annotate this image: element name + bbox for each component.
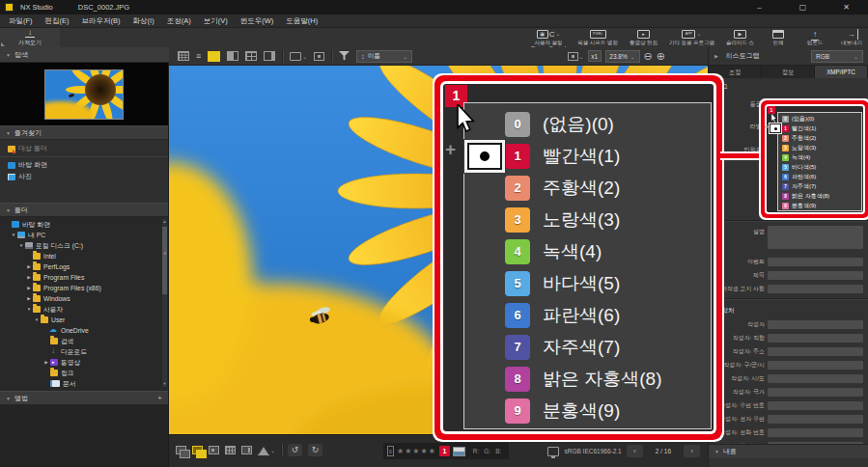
folder-tree-item[interactable]: Intel xyxy=(0,251,168,261)
expander-arrow[interactable]: ▼ xyxy=(33,317,41,322)
screen-mode-button[interactable]: ⌄ xyxy=(290,52,307,61)
rotate-right-icon[interactable]: ↻ xyxy=(308,444,322,456)
expander-arrow[interactable]: ▶ xyxy=(25,296,33,301)
field-input[interactable] xyxy=(768,361,863,370)
folders-section-header[interactable]: ▼ 폴더 xyxy=(0,203,168,217)
filter-icon[interactable] xyxy=(339,51,350,61)
viewer-layout-icon[interactable] xyxy=(176,446,186,454)
expander-arrow[interactable]: ▶ xyxy=(25,286,33,290)
close-button[interactable]: ✕ xyxy=(825,0,868,14)
label-menu-item[interactable]: 4 녹색(4) xyxy=(464,235,711,267)
folder-tree-item[interactable]: ▼ 내 PC xyxy=(0,230,168,240)
grid-icon[interactable] xyxy=(225,446,236,454)
label-menu-item[interactable]: 8 밝은 자홍색(8) xyxy=(464,363,711,395)
description-textarea[interactable] xyxy=(768,226,863,249)
folder-tree-item[interactable]: 문서 xyxy=(0,378,168,389)
folder-tree-item[interactable]: ▶ Program Files (x86) xyxy=(0,283,168,293)
tab-info[interactable]: 정보 xyxy=(762,66,815,78)
next-image-button[interactable]: › xyxy=(684,445,700,457)
label-menu-item[interactable]: 6 파란색(6) xyxy=(778,172,861,181)
star-rating[interactable]: ★★★★★ xyxy=(397,447,436,456)
expander-arrow[interactable]: ▼ xyxy=(25,307,33,312)
histogram-header[interactable]: ▶ 히스토그램 RGB ⌄ xyxy=(708,47,868,66)
label-menu-item[interactable]: 0 (없음)(0) xyxy=(464,108,711,140)
label-menu-item[interactable]: 4 녹색(4) xyxy=(778,152,861,162)
expander-arrow[interactable]: ▼ xyxy=(17,243,25,248)
filmstrip-layout-icon-active[interactable] xyxy=(192,446,203,454)
albums-section-header[interactable]: ▼ 앨범 + xyxy=(0,391,168,405)
field-input[interactable] xyxy=(768,258,863,266)
folder-tree-item[interactable]: 다운로드 xyxy=(0,346,168,357)
sort-dropdown[interactable]: ↕ 이름 ⌄ xyxy=(356,50,412,63)
fullscreen-icon[interactable] xyxy=(314,52,324,61)
expander-arrow[interactable]: ▶ xyxy=(42,360,50,365)
label-menu-item[interactable]: 7 자주색(7) xyxy=(778,181,861,191)
add-album-button[interactable]: + xyxy=(157,394,162,402)
actual-size-button[interactable]: x1 xyxy=(588,50,602,62)
filmstrip-view-icon[interactable] xyxy=(264,51,275,61)
info-panel-icon[interactable] xyxy=(241,446,252,454)
menu-item[interactable]: 브라우저(B) xyxy=(82,16,121,26)
four-up-view-icon[interactable] xyxy=(245,51,257,61)
field-input[interactable] xyxy=(768,320,863,329)
menu-item[interactable]: 도움말(H) xyxy=(286,16,318,26)
fit-screen-button[interactable]: ⌄ xyxy=(568,52,584,61)
previous-image-button[interactable]: ‹ xyxy=(627,445,643,457)
favorite-item[interactable]: 사진 xyxy=(0,171,168,182)
histogram-overlay-button[interactable]: ⌄ xyxy=(258,446,275,455)
field-input[interactable] xyxy=(768,271,863,280)
favorite-item[interactable]: 대상 폴더 xyxy=(0,143,168,154)
single-image-icon[interactable] xyxy=(209,446,219,454)
field-input[interactable] xyxy=(768,401,863,410)
folder-tree-item[interactable]: ▶ PerfLogs xyxy=(0,261,168,272)
field-input[interactable] xyxy=(768,374,863,383)
expander-arrow[interactable]: ▼ xyxy=(10,233,17,237)
folder-tree-item[interactable]: ▼ User xyxy=(0,315,168,325)
folder-tree-item[interactable]: ▶ Program Files xyxy=(0,272,168,283)
folder-tree-item[interactable]: OneDrive xyxy=(0,325,168,336)
preview-thumbnail[interactable] xyxy=(44,69,124,120)
expander-arrow[interactable]: ▶ xyxy=(25,275,33,280)
field-input[interactable] xyxy=(768,415,863,424)
tab-xmp-iptc[interactable]: XMP/IPTC xyxy=(815,66,868,78)
tab-adjust[interactable]: 조정 xyxy=(709,66,762,78)
label-menu-item[interactable]: 3 노랑색(3) xyxy=(464,204,711,235)
label-menu-item[interactable]: 9 분홍색(9) xyxy=(464,395,711,426)
field-input[interactable] xyxy=(768,388,863,397)
navigation-section-header[interactable]: ▼ 탐색 xyxy=(0,47,169,63)
rotate-left-icon[interactable]: ↺ xyxy=(288,444,302,456)
zoom-in-icon[interactable]: ⊕ xyxy=(657,50,665,63)
maximize-button[interactable]: ▢ xyxy=(781,0,825,14)
field-input[interactable] xyxy=(768,285,863,293)
menu-item[interactable]: 보기(V) xyxy=(204,16,228,26)
favorite-item[interactable]: 바탕 화면 xyxy=(0,159,168,171)
thumbnail-grid-view-icon[interactable] xyxy=(178,51,189,61)
expander-arrow[interactable]: ▶ xyxy=(25,264,33,269)
menu-item[interactable]: 화상(I) xyxy=(133,16,154,26)
folder-tree-item[interactable]: ▶ 동영상 xyxy=(0,357,168,368)
tree-scrollbar[interactable]: ▲▼ xyxy=(162,219,167,387)
label-menu-item[interactable]: 5 바다색(5) xyxy=(464,267,711,299)
favorites-section-header[interactable]: ▼ 즐겨찾기 xyxy=(0,125,168,140)
sidebar-collapse-handle[interactable]: ◂ xyxy=(163,249,166,256)
split-view-icon[interactable] xyxy=(227,51,238,61)
label-menu-item[interactable]: 2 주황색(2) xyxy=(464,172,711,204)
menu-item[interactable]: 조정(A) xyxy=(167,16,191,26)
label-menu-item[interactable]: 5 바다색(5) xyxy=(778,162,861,172)
label-menu-item[interactable]: 6 파란색(6) xyxy=(464,299,711,331)
label-menu-item[interactable]: 2 주황색(2) xyxy=(778,133,861,143)
folder-tree-item[interactable]: ▼ 사용자 xyxy=(0,304,168,315)
label-menu-item[interactable]: 1 빨간색(1) xyxy=(778,124,861,133)
list-view-icon[interactable]: ≡ xyxy=(196,51,201,61)
folder-tree-item[interactable]: 링크 xyxy=(0,368,168,378)
image-view-icon-active[interactable] xyxy=(208,51,220,62)
current-label-chip[interactable]: 1 xyxy=(439,446,450,456)
label-picker-icon[interactable] xyxy=(453,447,465,456)
import-button[interactable]: ↓ 가져오기 xyxy=(0,28,60,47)
zero-rating-icon[interactable]: 0 xyxy=(387,446,394,456)
label-menu-item[interactable]: 3 노랑색(3) xyxy=(778,143,861,152)
field-input[interactable] xyxy=(768,347,863,356)
content-section-header[interactable]: ▼ 내용 xyxy=(709,445,868,458)
zoom-percent-dropdown[interactable]: 23.8%⌄ xyxy=(605,50,640,63)
menu-item[interactable]: 윈도우(W) xyxy=(240,16,274,26)
